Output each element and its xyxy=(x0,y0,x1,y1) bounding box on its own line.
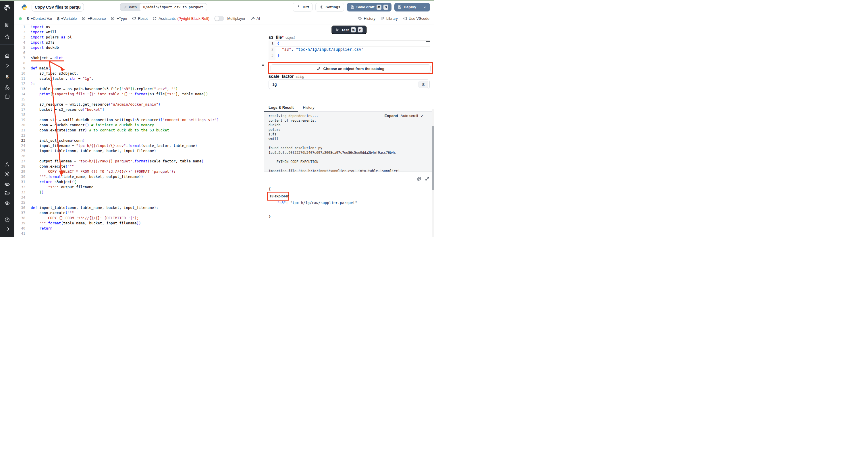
runs-play-icon[interactable] xyxy=(4,63,10,69)
variables-dollar-icon[interactable]: $ xyxy=(4,74,10,80)
multiplayer-toggle[interactable] xyxy=(214,16,224,21)
json-gutter: 123 xyxy=(269,40,275,60)
s3-file-json-editor[interactable]: 123 { "s3": "tpc-h/1g/input/supplier.csv… xyxy=(269,40,430,60)
type-label: +Type xyxy=(117,16,127,21)
s3-explorer-link[interactable]: s3 explorer xyxy=(270,194,289,198)
multiplayer-label-item: Multiplayer xyxy=(227,16,245,21)
vscode-label: Use VScode xyxy=(409,16,429,21)
result-actions xyxy=(417,176,429,181)
chevron-down-icon[interactable] xyxy=(423,5,427,9)
settings-button[interactable]: Settings xyxy=(315,3,344,11)
code-lines[interactable]: import osimport wmillimport polars as pl… xyxy=(31,24,264,237)
play-icon xyxy=(336,28,340,32)
path-value[interactable]: u/admin/import_csv_to_parquet xyxy=(140,3,207,11)
refresh-icon xyxy=(153,16,157,21)
json-lines[interactable]: { "s3": "tpc-h/1g/input/supplier.csv"} xyxy=(277,40,430,59)
deploy-button[interactable]: Deploy xyxy=(394,3,430,11)
result-key: "s3" xyxy=(277,201,286,205)
python-language-icon xyxy=(21,4,28,10)
assistants-button[interactable]: Assistants (Pyright Black Ruff) xyxy=(153,16,209,21)
dollar-icon: $ xyxy=(57,16,59,21)
history-button[interactable]: History xyxy=(358,16,375,21)
schedules-calendar-icon[interactable] xyxy=(4,94,10,99)
refresh-icon xyxy=(132,16,136,21)
favorites-star-icon[interactable] xyxy=(4,34,10,40)
package-icon xyxy=(82,16,86,21)
kbd-enter: ↵ xyxy=(358,27,363,32)
scale-factor-arg-label: scale_factor string xyxy=(269,74,304,79)
library-button[interactable]: Library xyxy=(380,16,398,21)
context-var-label: +Context Var xyxy=(31,16,52,21)
multiplayer-label: Multiplayer xyxy=(227,16,245,21)
collapse-arrow-icon[interactable] xyxy=(4,226,10,232)
choose-object-button[interactable]: Choose an object from the catalog xyxy=(271,64,431,73)
dollar-icon: $ xyxy=(27,16,29,21)
workspace-icon[interactable] xyxy=(4,22,10,28)
line-number-gutter: 1234567891011121314151617181920212223242… xyxy=(14,24,29,237)
add-resource-button[interactable]: +Resource xyxy=(82,16,106,21)
arg-type: string xyxy=(296,75,304,79)
test-button[interactable]: Test ⌘ ↵ xyxy=(332,26,367,34)
reset-label: Reset xyxy=(138,16,148,21)
kbd-cmd: ⌘ xyxy=(351,27,355,32)
tab-logs-result[interactable]: Logs & Result xyxy=(264,104,298,111)
choose-object-label: Choose an object from the catalog xyxy=(323,67,384,71)
s3-file-arg-label: s3_file* object xyxy=(269,35,295,40)
windmill-logo-icon[interactable] xyxy=(3,4,11,11)
vscode-icon xyxy=(403,16,407,21)
path-label: Path xyxy=(129,5,137,9)
use-vscode-button[interactable]: Use VScode xyxy=(403,16,429,21)
top-header: Path u/admin/import_csv_to_parquet Diff … xyxy=(14,1,434,13)
link-icon xyxy=(316,67,321,71)
sidebar-divider xyxy=(0,14,14,14)
result-json: { "s3": "tpc-h/1g/raw/supplier.parquet" … xyxy=(269,178,357,228)
kbd-cmd: ⌘ xyxy=(377,5,381,10)
panel-scrollbar-thumb[interactable] xyxy=(432,126,434,190)
settings-label: Settings xyxy=(326,5,340,9)
add-context-var-button[interactable]: $+Context Var xyxy=(27,16,52,21)
scale-factor-input[interactable] xyxy=(269,80,429,89)
magic-wand-icon xyxy=(250,16,255,21)
settings-gear-icon[interactable] xyxy=(4,171,10,177)
auto-scroll-label: Auto scroll xyxy=(401,114,418,118)
add-variable-button[interactable]: $+Variable xyxy=(57,16,77,21)
tab-history[interactable]: History xyxy=(298,104,319,111)
deploy-save-icon xyxy=(398,5,402,9)
result-open-brace: { xyxy=(269,187,271,191)
save-draft-label: Save draft xyxy=(356,5,375,9)
editor-toolbar: $+Context Var $+Variable +Resource +Type… xyxy=(14,13,434,24)
pencil-icon xyxy=(123,5,127,9)
assistants-label: Assistants xyxy=(159,16,176,21)
script-title-input[interactable] xyxy=(32,3,84,11)
right-panel: Test ⌘ ↵ s3_file* object 123 { "s3": "tp… xyxy=(264,24,434,237)
users-person-icon[interactable] xyxy=(4,162,10,167)
logs-controls: Expand Auto scroll ✓ xyxy=(384,113,424,118)
save-draft-button[interactable]: Save draft ⌘ S xyxy=(347,3,392,11)
annotation-box-choose: Choose an object from the catalog xyxy=(268,62,433,74)
expand-logs-button[interactable]: Expand xyxy=(384,114,398,118)
history-label: History xyxy=(364,16,375,21)
audit-eye-icon[interactable] xyxy=(4,200,10,206)
workers-robot-icon[interactable] xyxy=(4,181,10,187)
expand-fullscreen-icon[interactable] xyxy=(425,176,429,181)
variable-picker-button[interactable]: $ xyxy=(418,80,428,88)
auto-scroll-checkbox[interactable]: ✓ xyxy=(421,113,424,118)
copy-clipboard-icon[interactable] xyxy=(417,176,421,181)
resources-cubes-icon[interactable] xyxy=(4,84,10,90)
sidebar-divider xyxy=(0,44,14,45)
reset-button[interactable]: Reset xyxy=(132,16,148,21)
scale-factor-field: $ xyxy=(269,79,430,89)
deploy-divider xyxy=(420,3,420,11)
json-scrollbar[interactable] xyxy=(426,41,430,42)
diff-label: Diff xyxy=(303,5,309,9)
ai-button[interactable]: AI xyxy=(250,16,260,21)
add-type-button[interactable]: +Type xyxy=(111,16,127,21)
arg-name: scale_factor xyxy=(269,74,294,79)
home-icon[interactable] xyxy=(4,53,10,59)
help-icon[interactable] xyxy=(4,217,10,223)
diff-button[interactable]: Diff xyxy=(293,3,313,11)
folders-icon[interactable] xyxy=(4,191,10,196)
path-widget[interactable]: Path u/admin/import_csv_to_parquet xyxy=(120,3,207,11)
annotation-box-s3-explorer: s3 explorer xyxy=(267,192,289,201)
code-editor[interactable]: 1234567891011121314151617181920212223242… xyxy=(14,24,264,237)
